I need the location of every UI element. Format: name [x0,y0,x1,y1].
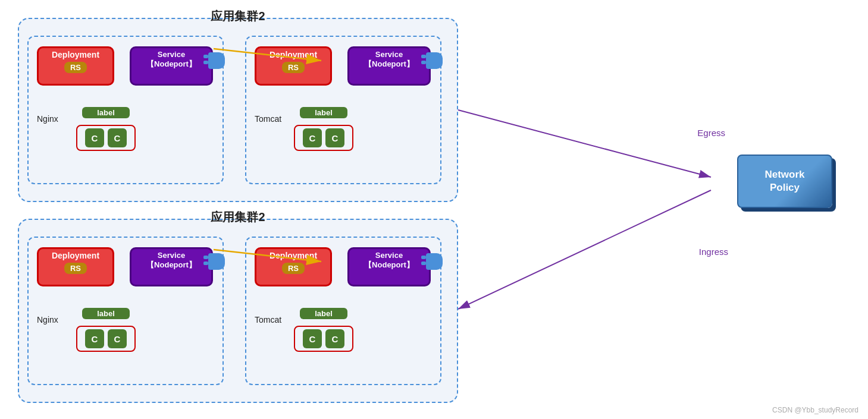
label-box-tomcat-bottom: label [300,308,347,319]
pod-tomcat-top: Deployment RS Service 【Nodeport】 Tomcat … [245,36,441,184]
service-label-tomcat-bottom: Service [375,251,403,260]
label-box-nginx-top: label [82,107,130,118]
service-tomcat-top: Service 【Nodeport】 [347,46,431,86]
nodeport-label-nginx-bottom: 【Nodeport】 [146,260,196,270]
cluster-bottom-title: 应用集群2 [211,209,265,225]
egress-label: Egress [697,128,725,138]
service-nginx-top: Service 【Nodeport】 [130,46,213,86]
rs-badge-tomcat-top: RS [282,62,305,73]
container-c1-nginx-top: C [85,128,104,147]
ingress-label: Ingress [699,247,728,257]
container-group-tomcat-bottom: C C [294,326,353,352]
nodeport-label-nginx-top: 【Nodeport】 [146,59,196,70]
rs-badge-nginx-bottom: RS [64,263,87,274]
rs-badge-nginx-top: RS [64,62,87,73]
deployment-tomcat-bottom: Deployment RS [255,247,332,286]
deployment-tomcat-top: Deployment RS [255,46,332,86]
container-c1-nginx-bottom: C [85,329,104,348]
service-label-nginx-top: Service [158,51,185,59]
svg-line-6 [458,190,711,309]
service-label-tomcat-top: Service [375,51,403,59]
nodeport-label-tomcat-top: 【Nodeport】 [364,59,414,70]
container-group-tomcat-top: C C [294,125,353,151]
network-policy-label1: Network [764,168,804,181]
label-text-tomcat-top: label [315,108,333,117]
service-label-nginx-bottom: Service [158,251,185,260]
appname-nginx-top: Nginx [37,114,58,124]
label-box-tomcat-top: label [300,107,347,118]
deployment-label-nginx-top: Deployment [52,51,99,59]
pod-nginx-top: Deployment RS Service 【Nodeport】 Nginx l… [27,36,224,184]
svg-line-5 [458,110,711,177]
watermark: CSDN @Ybb_studyRecord [772,406,858,414]
deployment-label-tomcat-top: Deployment [270,51,317,59]
canvas: 应用集群2 Deployment RS Service 【Nodeport】 N… [0,0,868,419]
service-tomcat-bottom: Service 【Nodeport】 [347,247,431,286]
cluster-top: 应用集群2 Deployment RS Service 【Nodeport】 N… [18,18,458,202]
label-text-nginx-bottom: label [97,309,115,318]
plug-icon-nginx-top [208,52,225,69]
rs-badge-tomcat-bottom: RS [282,263,305,274]
cluster-bottom: 应用集群2 Deployment RS Service 【Nodeport】 N… [18,219,458,403]
appname-nginx-bottom: Nginx [37,315,58,325]
deployment-label-nginx-bottom: Deployment [52,251,99,260]
container-c2-tomcat-top: C [325,128,344,147]
network-policy-box: Network Policy [737,155,832,208]
label-text-nginx-top: label [97,108,115,117]
appname-tomcat-top: Tomcat [255,114,281,124]
pod-nginx-bottom: Deployment RS Service 【Nodeport】 Nginx l… [27,237,224,385]
container-group-nginx-bottom: C C [76,326,136,352]
label-box-nginx-bottom: label [82,308,130,319]
appname-tomcat-bottom: Tomcat [255,315,281,325]
container-group-nginx-top: C C [76,125,136,151]
label-text-tomcat-bottom: label [315,309,333,318]
container-c1-tomcat-top: C [303,128,322,147]
plug-icon-tomcat-top [426,52,443,69]
deployment-nginx-top: Deployment RS [37,46,114,86]
container-c2-tomcat-bottom: C [325,329,344,348]
container-c2-nginx-top: C [108,128,127,147]
pod-tomcat-bottom: Deployment RS Service 【Nodeport】 Tomcat … [245,237,441,385]
nodeport-label-tomcat-bottom: 【Nodeport】 [364,260,414,270]
plug-icon-nginx-bottom [208,253,225,270]
container-c1-tomcat-bottom: C [303,329,322,348]
plug-icon-tomcat-bottom [426,253,443,270]
service-nginx-bottom: Service 【Nodeport】 [130,247,213,286]
network-policy-label2: Policy [770,181,800,194]
deployment-label-tomcat-bottom: Deployment [270,251,317,260]
deployment-nginx-bottom: Deployment RS [37,247,114,286]
cluster-top-title: 应用集群2 [211,8,265,24]
container-c2-nginx-bottom: C [108,329,127,348]
